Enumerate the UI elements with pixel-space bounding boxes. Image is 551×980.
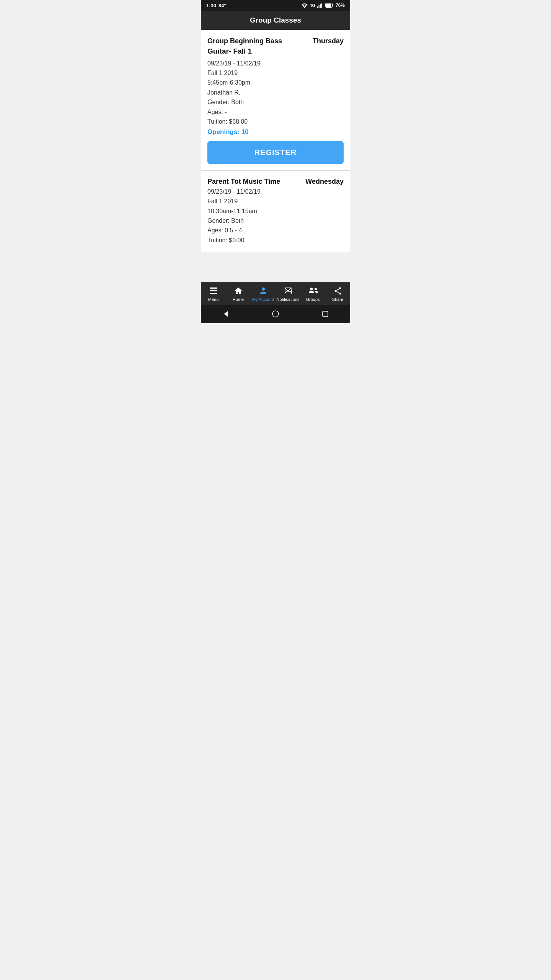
class-openings-1: Openings: 10 xyxy=(207,128,344,136)
class-name-1: Group Beginning Bass xyxy=(207,37,313,46)
class-instructor-1: Jonathan R. xyxy=(207,88,344,97)
svg-point-17 xyxy=(334,290,336,292)
person-icon xyxy=(259,286,268,296)
wifi-icon xyxy=(302,3,308,8)
svg-rect-11 xyxy=(210,293,217,294)
svg-rect-1 xyxy=(317,7,318,8)
svg-point-0 xyxy=(304,7,305,8)
svg-rect-9 xyxy=(210,287,217,289)
class-subtitle-1: Guitar- Fall 1 xyxy=(207,47,344,56)
nav-item-share[interactable]: Share xyxy=(326,286,349,302)
svg-rect-3 xyxy=(320,4,321,8)
class-tuition-2: Tuition: $0.00 xyxy=(207,236,344,245)
share-icon xyxy=(333,286,342,296)
android-nav-bar xyxy=(201,305,350,323)
nav-label-groups: Groups xyxy=(306,297,320,302)
svg-rect-7 xyxy=(332,5,333,7)
class-time-1: 5:45pm-6:30pm xyxy=(207,78,344,87)
class-ages-1: Ages: - xyxy=(207,108,344,116)
nav-label-menu: Menu xyxy=(208,297,219,302)
svg-rect-5 xyxy=(323,3,323,8)
nav-item-groups[interactable]: Groups xyxy=(302,286,324,302)
register-button-1[interactable]: REGISTER xyxy=(207,141,344,164)
nav-item-myaccount[interactable]: My Account xyxy=(252,286,275,302)
class-tuition-1: Tuition: $68.00 xyxy=(207,118,344,126)
battery-display: 76% xyxy=(336,3,345,8)
nav-label-home: Home xyxy=(233,297,244,302)
battery-icon xyxy=(325,3,334,8)
class-time-2: 10:30am-11:15am xyxy=(207,207,344,216)
class-day-2: Wednesday xyxy=(305,178,344,186)
status-bar: 1:30 84° 4G 76% xyxy=(201,0,350,11)
class-card-1: Group Beginning Bass Thursday Guitar- Fa… xyxy=(201,30,350,170)
svg-line-20 xyxy=(336,291,339,293)
svg-rect-10 xyxy=(210,290,217,291)
groups-icon xyxy=(308,286,318,296)
back-button[interactable] xyxy=(221,309,230,318)
class-day-1: Thursday xyxy=(313,37,344,45)
page-title: Group Classes xyxy=(250,16,301,24)
svg-line-19 xyxy=(336,289,339,291)
svg-rect-2 xyxy=(318,5,320,8)
svg-marker-21 xyxy=(224,311,228,317)
svg-point-22 xyxy=(272,311,279,317)
temperature-display: 84° xyxy=(218,3,226,8)
bottom-nav: Menu Home My Account Notificatio xyxy=(201,282,350,305)
nav-item-menu[interactable]: Menu xyxy=(202,286,225,302)
class-session-2: Fall 1 2019 xyxy=(207,197,344,206)
nav-item-home[interactable]: Home xyxy=(227,286,250,302)
class-gender-1: Gender: Both xyxy=(207,98,344,106)
network-display: 4G xyxy=(310,3,315,8)
class-session-1: Fall 1 2019 xyxy=(207,69,344,77)
svg-rect-4 xyxy=(321,3,322,8)
menu-icon xyxy=(209,286,218,296)
home-icon xyxy=(234,286,243,296)
class-ages-2: Ages: 0.5 - 4 xyxy=(207,226,344,235)
time-display: 1:30 xyxy=(206,3,216,8)
class-card-2: Parent Tot Music Time Wednesday 09/23/19… xyxy=(201,170,350,252)
class-date-range-1: 09/23/19 - 11/02/19 xyxy=(207,59,344,68)
class-gender-2: Gender: Both xyxy=(207,217,344,225)
signal-icon xyxy=(317,3,323,8)
svg-point-18 xyxy=(339,293,341,295)
svg-point-14 xyxy=(310,288,313,291)
svg-point-15 xyxy=(315,288,317,290)
home-button[interactable] xyxy=(271,309,280,318)
nav-label-myaccount: My Account xyxy=(252,297,274,302)
nav-label-share: Share xyxy=(332,297,343,302)
svg-rect-8 xyxy=(326,4,331,7)
svg-point-16 xyxy=(339,287,341,289)
class-name-2: Parent Tot Music Time xyxy=(207,178,305,186)
svg-rect-23 xyxy=(323,311,328,317)
nav-label-notifications: Notifications xyxy=(277,297,300,302)
page-header: Group Classes xyxy=(201,11,350,30)
class-date-range-2: 09/23/19 - 11/02/19 xyxy=(207,188,344,196)
svg-point-12 xyxy=(262,287,265,291)
nav-item-notifications[interactable]: Notifications xyxy=(277,286,300,302)
content-area: Group Beginning Bass Thursday Guitar- Fa… xyxy=(201,30,350,282)
notification-icon xyxy=(284,286,293,296)
recents-button[interactable] xyxy=(321,309,330,318)
